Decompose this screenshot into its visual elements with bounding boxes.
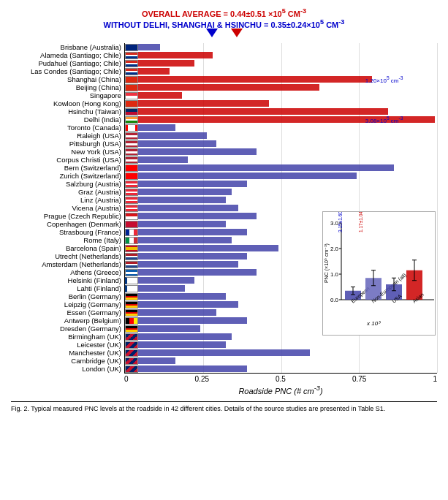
bar-37 — [138, 341, 226, 348]
flag-us — [125, 132, 138, 140]
flag-ch — [125, 173, 138, 180]
flag-fr — [125, 229, 138, 236]
without-cities-average: WITHOUT DELHI, SHANGHAI & HSINCHU = 0.35… — [11, 18, 437, 29]
flag-fi — [125, 285, 138, 292]
flag-de — [125, 309, 138, 317]
bar-row-39 — [125, 357, 437, 365]
bar-35 — [138, 325, 200, 332]
flag-de — [125, 293, 138, 300]
city-label-39: Cambridge (UK) — [11, 357, 124, 365]
flag-be — [125, 317, 138, 325]
shanghai-annotation: 1.20×105 cm-3 — [365, 75, 403, 84]
bar-row-17 — [125, 180, 437, 188]
city-label-1: Alameda (Santiago; Chile) — [11, 51, 124, 59]
bar-row-40 — [125, 365, 437, 373]
bar-row-14 — [125, 156, 437, 164]
city-label-4: Shanghai (China) — [11, 75, 124, 83]
city-label-18: Graz (Austria) — [11, 188, 124, 196]
bar-18 — [138, 189, 232, 195]
flag-cn — [125, 84, 138, 91]
bar-26 — [138, 253, 247, 260]
grid-line-100 — [437, 43, 438, 373]
city-label-15: Bern (Switzerland) — [11, 164, 124, 172]
flag-cl — [125, 52, 138, 59]
bar-40 — [138, 365, 247, 372]
bar-row-19 — [125, 196, 437, 204]
bar-3 — [138, 68, 170, 75]
flag-uk — [125, 349, 138, 357]
flag-cz — [125, 213, 138, 220]
bar-row-3 — [125, 67, 437, 75]
flag-sg — [125, 92, 138, 99]
city-label-36: Birmingham (UK) — [11, 333, 124, 341]
bar-28 — [138, 269, 257, 276]
bar-12 — [138, 140, 216, 147]
bar-8 — [138, 108, 388, 115]
x-tick-0: 0 — [124, 375, 129, 383]
bar-row-10 — [125, 124, 437, 132]
bar-1 — [138, 52, 213, 58]
flag-ca — [125, 124, 138, 132]
x-tick-05: 0.5 — [276, 375, 286, 383]
city-label-32: Leipzig (Germany) — [11, 300, 124, 308]
bar-row-7 — [125, 99, 437, 107]
bars-area: 1.20×105 cm-33.08×105 cm-30.01.02.03.0PN… — [124, 43, 437, 374]
bar-33 — [138, 309, 216, 316]
city-label-34: Antwerp (Belgium) — [11, 317, 124, 325]
city-label-10: Toronto (Canada) — [11, 124, 124, 132]
delhi-annotation: 3.08×105 cm-3 — [365, 115, 403, 124]
x-ticks: 0 0.25 0.5 0.75 1 — [124, 374, 437, 383]
city-label-9: Delhi (India) — [11, 115, 124, 124]
bar-10 — [138, 124, 175, 131]
flag-nl — [125, 253, 138, 260]
city-label-35: Dresden (Germany) — [11, 325, 124, 333]
bar-21 — [138, 213, 257, 219]
city-label-31: Berlin (Germany) — [11, 292, 124, 300]
bar-row-1 — [125, 51, 437, 59]
city-label-22: Copenhagen (Denmark) — [11, 220, 124, 228]
flag-cn — [125, 76, 138, 83]
flag-uk — [125, 365, 138, 373]
city-label-37: Leicester (UK) — [11, 341, 124, 349]
flag-es — [125, 245, 138, 252]
bar-row-2 — [125, 59, 437, 67]
flag-cl — [125, 68, 138, 75]
flag-us — [125, 156, 138, 164]
inset-chart: 0.01.02.03.0PNC (×10⁵ cm⁻³)EuropeanNon-E… — [322, 211, 436, 336]
red-arrow — [231, 29, 243, 37]
flag-us — [125, 148, 138, 156]
bar-row-37 — [125, 341, 437, 349]
flag-nl — [125, 261, 138, 268]
city-label-12: Pittsburgh (USA) — [11, 140, 124, 148]
bar-15 — [138, 164, 394, 171]
city-label-29: Helsinki (Finland) — [11, 276, 124, 284]
city-label-21: Prague (Czech Republic) — [11, 212, 124, 220]
flag-tw — [125, 108, 138, 115]
bar-38 — [138, 349, 310, 356]
bar-7 — [138, 100, 269, 107]
bar-14 — [138, 156, 188, 163]
x-tick-025: 0.25 — [195, 375, 209, 383]
flag-uk — [125, 341, 138, 349]
bar-13 — [138, 148, 257, 155]
flag-fi — [125, 277, 138, 284]
bar-row-11 — [125, 132, 437, 140]
city-label-24: Rome (Italy) — [11, 236, 124, 244]
bar-row-16 — [125, 172, 437, 180]
bar-23 — [138, 229, 247, 235]
flag-at — [125, 181, 138, 188]
overall-average: OVERALL AVERAGE = 0.44±0.51 ×105 CM-3 — [11, 7, 437, 18]
flag-ch — [125, 164, 138, 172]
bar-11 — [138, 132, 207, 139]
svg-text:PNC (×10⁵ cm⁻³): PNC (×10⁵ cm⁻³) — [324, 243, 330, 283]
bar-row-6 — [125, 91, 437, 99]
flag-uk — [125, 357, 138, 365]
x-tick-1: 1 — [433, 375, 437, 383]
city-label-14: Corpus Christi (USA) — [11, 156, 124, 164]
x-tick-075: 0.75 — [352, 375, 366, 383]
flag-us — [125, 140, 138, 148]
chart-main: Brisbane (Australia)Alameda (Santiago; C… — [11, 43, 437, 395]
bar-6 — [138, 92, 182, 99]
bar-31 — [138, 293, 226, 300]
bar-16 — [138, 173, 357, 179]
